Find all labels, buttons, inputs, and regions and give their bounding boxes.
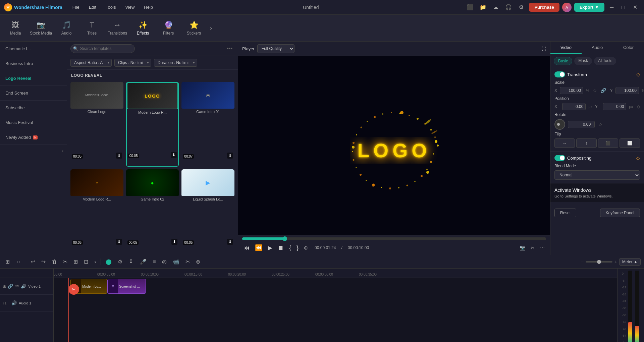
template-download-2[interactable]: ⬇ [171, 152, 177, 158]
template-download-1[interactable]: ⬇ [116, 153, 122, 159]
menu-help[interactable]: Help [141, 3, 156, 11]
audio-mute-icon[interactable]: 🔊 [11, 300, 17, 305]
rotate-dial[interactable] [554, 119, 565, 130]
transform-keyframe-icon[interactable]: ◇ [636, 72, 640, 77]
zoom-slider[interactable] [586, 261, 612, 263]
sidebar-item-music-festival[interactable]: Music Festival [0, 115, 67, 130]
toolbar-filters[interactable]: 🔮 Filters [156, 16, 180, 40]
scale-y-input[interactable] [615, 87, 639, 94]
menu-tools[interactable]: Tools [102, 3, 119, 11]
sidebar-item-newly-added[interactable]: Newly Added N [0, 130, 67, 145]
position-keyframe[interactable]: ◇ [637, 104, 640, 109]
scissors-button[interactable]: ✂ [529, 244, 536, 252]
flip-horizontal-button[interactable]: ↔ [554, 138, 575, 148]
track-visibility-icon[interactable]: 👁 [15, 284, 19, 289]
template-liquid-splash[interactable]: ▶ 00:05 ⬇ Liquid Splash Lo... [181, 169, 234, 253]
tl-crop-button[interactable]: ⊡ [82, 257, 90, 266]
purchase-button[interactable]: Purchase [529, 3, 559, 12]
tl-scissors-button[interactable]: ✂ [183, 257, 192, 266]
tl-delete-button[interactable]: 🗑 [50, 258, 59, 266]
pos-x-input[interactable] [562, 103, 586, 110]
progress-thumb[interactable] [282, 236, 287, 241]
toolbar-effects[interactable]: ✨ Effects [131, 16, 155, 40]
settings-icon[interactable]: ⚙ [516, 2, 526, 12]
toolbar-stock-media[interactable]: 📷 Stock Media [29, 16, 53, 40]
template-clean-logo[interactable]: MODERN LOGO 00:05 ⬇ Clean Logo [70, 82, 123, 167]
clips-select[interactable]: Clips : No limi [114, 59, 151, 67]
menu-edit[interactable]: Edit [86, 3, 100, 11]
tl-narrate-button[interactable]: 🎤 [138, 257, 149, 266]
reset-button[interactable]: Reset [554, 209, 576, 217]
duration-select[interactable]: Duration : No limi [154, 59, 197, 67]
sidebar-item-end-screen[interactable]: End Screen [0, 86, 67, 101]
tab-video[interactable]: Video [550, 42, 582, 54]
scale-link-icon[interactable]: 🔗 [600, 88, 606, 93]
frame-back-button[interactable]: ⏪ [254, 243, 264, 253]
toolbar-stickers[interactable]: ⭐ Stickers [182, 16, 206, 40]
tl-brush-button[interactable]: ⊛ [194, 257, 202, 266]
menu-file[interactable]: File [69, 3, 83, 11]
sub-tab-ai-tools[interactable]: AI Tools [594, 57, 616, 65]
zoom-out-icon[interactable]: − [581, 259, 584, 265]
tl-more-button[interactable]: › [92, 258, 98, 266]
more-controls-button[interactable]: ⋯ [539, 244, 546, 252]
more-options-button[interactable]: ••• [225, 44, 234, 53]
quality-select[interactable]: Full Quality [257, 44, 294, 53]
rotate-keyframe[interactable]: ◇ [599, 122, 602, 127]
sub-tab-mask[interactable]: Mask [574, 57, 592, 65]
maximize-button[interactable]: □ [619, 3, 628, 12]
compositing-toggle[interactable] [554, 155, 565, 161]
template-game-intro-01[interactable]: 🎮 00:07 ⬇ Game Intro 01 [181, 82, 234, 167]
tab-audio[interactable]: Audio [582, 42, 613, 54]
tl-camera-button[interactable]: 📹 [171, 257, 181, 266]
headphone-icon[interactable]: 🎧 [503, 2, 514, 12]
track-link-icon[interactable]: 🔗 [8, 284, 13, 289]
scale-x-input[interactable] [560, 87, 583, 94]
tl-redo-button[interactable]: ↪ [39, 257, 48, 266]
clips-filter[interactable]: Clips : No limi [114, 59, 151, 67]
mark-in-button[interactable]: { [288, 243, 292, 253]
zoom-in-icon[interactable]: + [614, 259, 617, 265]
sidebar-item-business-intro[interactable]: Business Intro [0, 56, 67, 71]
track-volume-icon[interactable]: 🔊 [21, 284, 26, 289]
meter-button[interactable]: Meter ▲ [619, 258, 641, 266]
tab-color[interactable]: Color [613, 42, 644, 54]
compositing-keyframe-icon[interactable]: ◇ [636, 155, 640, 161]
pos-y-input[interactable] [603, 103, 626, 110]
template-modern-logo-2[interactable]: ✦ 00:05 ⬇ Modern Logo R... [70, 169, 123, 253]
search-input[interactable] [70, 44, 135, 53]
tl-add-track-button[interactable]: ⊞ [3, 257, 12, 266]
tl-settings-button[interactable]: ⚙ [116, 257, 124, 266]
template-download-6[interactable]: ⬇ [227, 239, 233, 245]
collapse-panel-button[interactable]: ‹ [0, 145, 67, 157]
zoom-in-button[interactable]: ⊕ [303, 244, 309, 252]
template-download-5[interactable]: ⬇ [171, 239, 177, 245]
clip-screenshot[interactable]: 🖼 Screenshot ... [107, 279, 146, 294]
stop-button[interactable]: ⏹ [276, 243, 285, 253]
aspect-ratio-filter[interactable]: Aspect Ratio : A [70, 59, 112, 67]
transform-toggle[interactable] [554, 71, 565, 77]
template-game-intro-02[interactable]: ◈ 00:05 ⬇ Game Intro 02 [126, 169, 179, 253]
mark-out-button[interactable]: } [295, 243, 300, 253]
tl-cut-button[interactable]: ✂ [61, 257, 69, 266]
sidebar-item-subscribe[interactable]: Subscribe [0, 101, 67, 115]
menu-view[interactable]: View [122, 3, 138, 11]
rotate-input[interactable] [568, 121, 595, 128]
tl-color-button[interactable]: ⬤ [104, 257, 114, 266]
tl-undo-button[interactable]: ↩ [29, 257, 37, 266]
snapshot-button[interactable]: 📷 [518, 244, 527, 252]
avatar[interactable]: A [562, 3, 572, 12]
toolbar-more-button[interactable]: › [207, 22, 215, 34]
skip-back-button[interactable]: ⏮ [242, 243, 251, 253]
toolbar-transitions[interactable]: ↔ Transitions [105, 16, 129, 40]
folder-icon[interactable]: 📁 [478, 2, 488, 12]
minimize-button[interactable]: ─ [607, 3, 616, 12]
play-button[interactable]: ▶ [266, 243, 274, 253]
duration-filter[interactable]: Duration : No limi [154, 59, 197, 67]
template-modern-logo[interactable]: LOGO 00:05 ⬇ Modern Logo R... [126, 82, 179, 167]
tl-magnet-button[interactable]: ↔ [14, 258, 23, 266]
toolbar-titles[interactable]: T Titles [80, 16, 104, 40]
blend-mode-select[interactable]: Normal [554, 170, 640, 180]
keyframe-panel-button[interactable]: Keyframe Panel [600, 209, 640, 217]
toolbar-audio[interactable]: 🎵 Audio [54, 16, 78, 40]
